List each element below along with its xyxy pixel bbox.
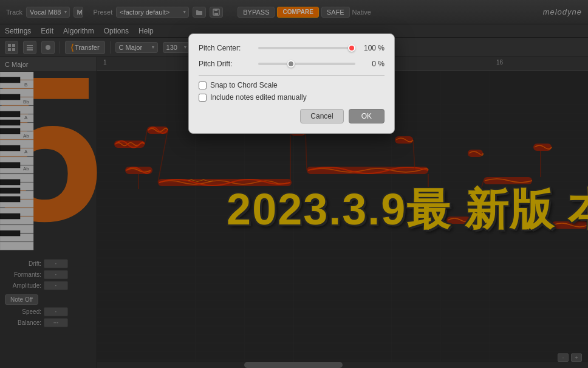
include-manually-row: Include notes edited manually <box>199 93 385 102</box>
pitch-center-value: 100 % <box>360 44 385 52</box>
dialog-buttons: Cancel OK <box>199 109 385 123</box>
pitch-drift-slider-thumb[interactable] <box>287 60 295 68</box>
snap-chord-scale-checkbox[interactable] <box>199 82 207 89</box>
pitch-drift-row: Pitch Drift: 0 % <box>199 60 385 68</box>
pitch-quantize-dialog: Pitch Center: 100 % Pitch Drift: 0 % Sna… <box>188 33 395 134</box>
dialog-ok-button[interactable]: OK <box>349 109 385 123</box>
snap-chord-scale-row: Snap to Chord Scale <box>199 81 385 89</box>
dialog-overlay: Pitch Center: 100 % Pitch Drift: 0 % Sna… <box>0 0 588 368</box>
pitch-drift-slider-track[interactable] <box>258 63 355 65</box>
snap-chord-scale-label: Snap to Chord Scale <box>210 81 278 89</box>
pitch-center-label: Pitch Center: <box>199 44 253 52</box>
pitch-drift-label: Pitch Drift: <box>199 60 253 68</box>
pitch-center-slider-track[interactable] <box>258 47 355 49</box>
dialog-divider <box>199 75 385 76</box>
include-manually-label: Include notes edited manually <box>210 93 307 102</box>
dialog-cancel-button[interactable]: Cancel <box>300 109 343 123</box>
pitch-center-row: Pitch Center: 100 % <box>199 44 385 52</box>
pitch-drift-value: 0 % <box>360 60 385 68</box>
include-manually-checkbox[interactable] <box>199 94 207 102</box>
pitch-center-slider-thumb[interactable] <box>348 44 355 52</box>
